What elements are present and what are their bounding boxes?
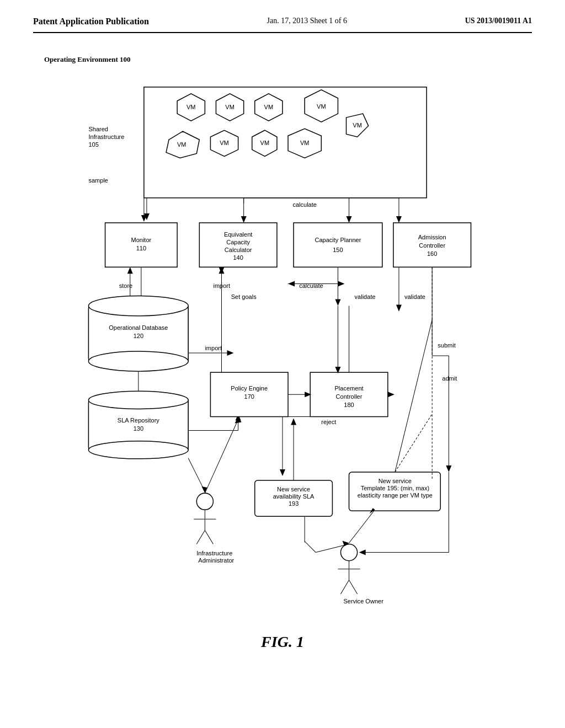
- svg-marker-66: [335, 299, 340, 306]
- svg-rect-43: [294, 223, 382, 267]
- svg-line-144: [305, 542, 316, 553]
- svg-text:elasticity range per VM type: elasticity range per VM type: [358, 492, 433, 499]
- svg-text:VM: VM: [225, 104, 234, 110]
- svg-text:submit: submit: [438, 342, 456, 349]
- svg-text:New service: New service: [379, 478, 412, 484]
- svg-text:Template 195: (min, max): Template 195: (min, max): [361, 485, 429, 491]
- svg-marker-30: [241, 216, 247, 223]
- page: Patent Application Publication Jan. 17, …: [0, 0, 565, 728]
- svg-text:Controller: Controller: [419, 242, 445, 249]
- svg-text:Capacity: Capacity: [226, 239, 250, 245]
- svg-marker-111: [280, 469, 285, 476]
- svg-line-141: [349, 580, 358, 594]
- svg-text:150: 150: [333, 247, 343, 253]
- svg-text:SLA Repository: SLA Repository: [118, 417, 160, 424]
- svg-text:Set goals: Set goals: [231, 293, 257, 300]
- svg-line-156: [395, 414, 432, 472]
- fig-label: FIG. 1: [33, 633, 532, 651]
- svg-point-70: [88, 296, 188, 316]
- header-patent-number: US 2013/0019011 A1: [465, 17, 532, 25]
- svg-text:VM: VM: [317, 103, 326, 110]
- svg-text:VM: VM: [353, 122, 362, 129]
- svg-text:New service: New service: [277, 486, 310, 493]
- svg-text:validate: validate: [355, 293, 376, 300]
- svg-line-140: [340, 580, 349, 594]
- svg-text:VM: VM: [186, 104, 196, 110]
- svg-text:Service Owner: Service Owner: [343, 598, 383, 604]
- svg-text:170: 170: [244, 393, 254, 400]
- svg-text:Controller: Controller: [336, 393, 363, 400]
- svg-text:Policy Engine: Policy Engine: [231, 385, 268, 392]
- svg-text:VM: VM: [220, 140, 229, 146]
- svg-text:import: import: [205, 345, 222, 351]
- svg-text:availability SLA: availability SLA: [273, 493, 315, 500]
- svg-marker-80: [227, 350, 234, 356]
- svg-text:180: 180: [344, 402, 354, 408]
- svg-text:validate: validate: [404, 293, 425, 300]
- svg-point-137: [340, 544, 357, 561]
- svg-text:193: 193: [289, 500, 299, 507]
- header-publication-type: Patent Application Publication: [33, 17, 149, 26]
- svg-text:Infrastructure: Infrastructure: [88, 133, 124, 140]
- svg-marker-107: [446, 465, 451, 472]
- svg-marker-34: [396, 216, 402, 223]
- svg-text:VM: VM: [264, 104, 274, 110]
- svg-text:Admission: Admission: [418, 234, 446, 240]
- svg-point-118: [196, 493, 213, 510]
- page-header: Patent Application Publication Jan. 17, …: [33, 17, 532, 33]
- svg-line-122: [205, 530, 213, 544]
- svg-text:Operational Database: Operational Database: [109, 324, 168, 331]
- svg-marker-117: [388, 392, 395, 397]
- svg-line-127: [188, 458, 205, 491]
- svg-marker-158: [141, 215, 147, 222]
- svg-text:Capacity Planner: Capacity Planner: [315, 237, 361, 243]
- svg-text:VM: VM: [260, 140, 270, 146]
- svg-text:130: 130: [134, 425, 143, 432]
- svg-text:Placement: Placement: [334, 385, 363, 392]
- svg-marker-54: [127, 267, 133, 274]
- diagram-area: Operating Environment 100 text { font-fa…: [33, 50, 532, 656]
- svg-text:Monitor: Monitor: [131, 237, 151, 243]
- svg-text:admit: admit: [442, 375, 457, 382]
- svg-text:sample: sample: [88, 177, 108, 184]
- svg-text:105: 105: [88, 141, 98, 148]
- svg-line-152: [395, 320, 432, 472]
- svg-text:Calculator: Calculator: [225, 247, 252, 253]
- svg-text:Shared: Shared: [88, 126, 108, 132]
- svg-marker-59: [338, 281, 344, 286]
- svg-text:VM: VM: [300, 140, 310, 146]
- svg-point-84: [88, 391, 188, 409]
- svg-text:reject: reject: [321, 419, 336, 425]
- header-date-sheet: Jan. 17, 2013 Sheet 1 of 6: [267, 17, 347, 25]
- svg-marker-151: [359, 550, 366, 555]
- svg-marker-32: [347, 216, 352, 223]
- svg-text:calculate: calculate: [292, 201, 317, 208]
- svg-text:120: 120: [134, 333, 143, 339]
- svg-text:Infrastructure: Infrastructure: [196, 550, 232, 556]
- svg-text:store: store: [119, 282, 133, 289]
- svg-text:160: 160: [427, 250, 437, 257]
- svg-point-85: [88, 441, 188, 459]
- svg-text:140: 140: [233, 254, 243, 261]
- svg-text:VM: VM: [177, 141, 186, 148]
- diagram-svg: text { font-family: Arial, sans-serif; f…: [33, 50, 532, 656]
- svg-text:110: 110: [136, 245, 146, 251]
- svg-marker-154: [291, 419, 296, 425]
- svg-line-147: [349, 511, 374, 543]
- svg-point-71: [88, 351, 188, 371]
- svg-line-121: [196, 530, 205, 544]
- svg-text:Administrator: Administrator: [198, 557, 234, 564]
- svg-marker-68: [396, 305, 402, 312]
- svg-text:Equivalent: Equivalent: [224, 231, 253, 238]
- svg-marker-58: [288, 281, 295, 286]
